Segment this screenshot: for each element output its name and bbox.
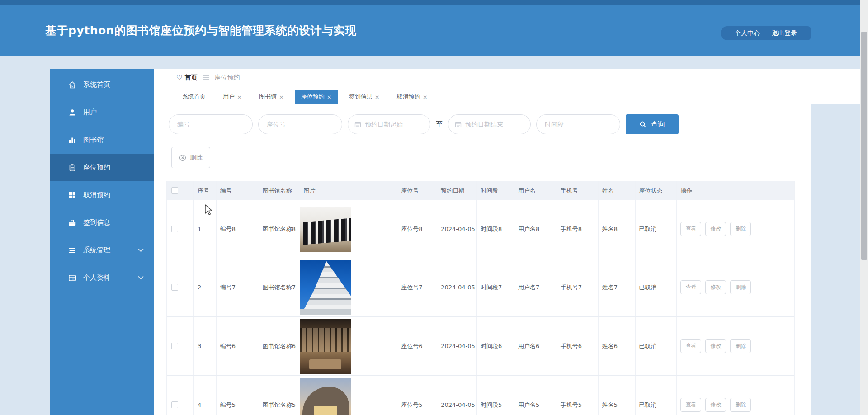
date-between-label: 至 <box>436 120 443 129</box>
edit-button[interactable]: 修改 <box>705 280 726 294</box>
sidebar-item-系统首页[interactable]: 系统首页 <box>50 71 154 99</box>
close-icon[interactable]: × <box>423 94 428 100</box>
cell-index: 1 <box>194 200 217 258</box>
library-building-dusk-photo <box>300 378 351 415</box>
tab-签到信息[interactable]: 签到信息× <box>343 90 386 104</box>
tab-label: 取消预约 <box>397 93 420 101</box>
date-start-input[interactable] <box>365 121 425 128</box>
briefcase-icon <box>68 218 77 227</box>
breadcrumb-current: 座位预约 <box>214 74 240 82</box>
cell-code: 编号5 <box>217 376 259 415</box>
cell-date: 2024-04-05 <box>437 200 477 258</box>
cell-seat: 座位号5 <box>397 376 437 415</box>
logout-link[interactable]: 退出登录 <box>772 29 797 38</box>
column-header: 时间段 <box>477 181 514 200</box>
cell-name: 姓名8 <box>599 200 636 258</box>
row-checkbox[interactable] <box>171 226 178 232</box>
calendar-icon <box>354 121 361 128</box>
delete-row-button[interactable]: 删除 <box>730 280 751 294</box>
sidebar-item-个人资料[interactable]: 个人资料 <box>50 264 154 292</box>
sidebar-item-label: 用户 <box>83 108 97 117</box>
date-end-field[interactable] <box>448 114 531 134</box>
close-icon[interactable]: × <box>375 94 380 100</box>
chevron-down-icon <box>138 248 144 252</box>
view-button[interactable]: 查看 <box>680 222 701 236</box>
cell-status: 已取消 <box>636 376 677 415</box>
sidebar-item-用户[interactable]: 用户 <box>50 99 154 126</box>
view-button[interactable]: 查看 <box>680 339 701 353</box>
delete-row-button[interactable]: 删除 <box>730 398 751 412</box>
cell-date: 2024-04-05 <box>437 317 477 375</box>
tab-用户[interactable]: 用户× <box>217 90 248 104</box>
cell-image <box>300 376 398 415</box>
sidebar-item-取消预约[interactable]: 取消预约 <box>50 181 154 209</box>
calendar-icon <box>455 121 462 128</box>
cell-period: 时间段7 <box>477 258 514 316</box>
cell-username: 用户名7 <box>514 258 557 316</box>
delete-row-button[interactable]: 删除 <box>730 222 751 236</box>
edit-button[interactable]: 修改 <box>705 222 726 236</box>
breadcrumb-home[interactable]: 首页 <box>184 74 197 82</box>
app-header: 基于python的图书馆座位预约与智能管理系统的设计与实现 个人中心 退出登录 <box>0 5 868 56</box>
seat-number-input[interactable] <box>258 114 342 134</box>
sidebar-item-签到信息[interactable]: 签到信息 <box>50 209 154 236</box>
bar-chart-icon <box>68 136 77 145</box>
sidebar-item-系统管理[interactable]: 系统管理 <box>50 236 154 264</box>
sidebar-item-label: 系统首页 <box>83 80 110 89</box>
heart-icon: ♡ <box>176 74 182 82</box>
close-icon[interactable]: × <box>279 94 284 100</box>
time-period-input[interactable] <box>536 114 620 134</box>
cell-image <box>300 317 398 375</box>
vertical-scrollbar[interactable] <box>860 0 868 415</box>
select-all-checkbox[interactable] <box>171 187 178 194</box>
cell-index: 2 <box>194 258 217 316</box>
cell-username: 用户名5 <box>514 376 557 415</box>
date-end-input[interactable] <box>465 121 525 128</box>
wooden-library-interior-photo <box>300 319 351 374</box>
query-button[interactable]: 查询 <box>626 114 679 134</box>
delete-button[interactable]: 删除 <box>171 147 210 168</box>
scrollbar-thumb[interactable] <box>861 32 867 260</box>
close-icon[interactable]: × <box>237 94 242 100</box>
sidebar-item-label: 图书馆 <box>83 136 104 144</box>
search-icon <box>639 121 647 128</box>
tab-系统首页[interactable]: 系统首页 <box>176 90 212 104</box>
code-input[interactable] <box>169 114 253 134</box>
cell-code: 编号8 <box>217 200 259 258</box>
sidebar-item-座位预约[interactable]: 座位预约 <box>50 154 154 181</box>
row-checkbox[interactable] <box>171 401 178 408</box>
content-panel: 至 查询 删除 序号编号图书馆名称图片座位号预约日期时间段用户名手机号姓名座位状 <box>154 104 811 415</box>
close-icon[interactable]: × <box>327 94 332 100</box>
edit-button[interactable]: 修改 <box>705 398 726 412</box>
page-title: 基于python的图书馆座位预约与智能管理系统的设计与实现 <box>45 5 356 56</box>
cell-seat: 座位号6 <box>397 317 437 375</box>
column-header: 座位号 <box>397 181 437 200</box>
cell-phone: 手机号7 <box>557 258 599 316</box>
cell-actions: 查看修改删除 <box>677 200 794 258</box>
row-checkbox[interactable] <box>171 343 178 349</box>
cell-phone: 手机号6 <box>557 317 599 375</box>
column-header: 预约日期 <box>437 181 477 200</box>
sidebar-item-图书馆[interactable]: 图书馆 <box>50 126 154 154</box>
tab-图书馆[interactable]: 图书馆× <box>253 90 290 104</box>
row-checkbox[interactable] <box>171 284 178 291</box>
edit-button[interactable]: 修改 <box>705 339 726 353</box>
table-header-row: 序号编号图书馆名称图片座位号预约日期时间段用户名手机号姓名座位状态操作 <box>167 181 794 200</box>
tab-取消预约[interactable]: 取消预约× <box>391 90 434 104</box>
view-button[interactable]: 查看 <box>680 280 701 294</box>
sidebar-item-label: 座位预约 <box>83 163 110 172</box>
tab-座位预约[interactable]: 座位预约× <box>295 90 338 104</box>
circle-x-icon <box>179 154 186 161</box>
cell-period: 时间段6 <box>477 317 514 375</box>
delete-row-button[interactable]: 删除 <box>730 339 751 353</box>
query-button-label: 查询 <box>651 120 665 129</box>
personal-center-link[interactable]: 个人中心 <box>735 29 760 38</box>
sidebar-item-label: 签到信息 <box>83 218 110 227</box>
tab-label: 图书馆 <box>259 93 277 101</box>
library-bookshelves-photo <box>300 207 351 252</box>
date-start-field[interactable] <box>348 114 430 134</box>
cell-image <box>300 200 398 258</box>
row-checkbox-cell <box>167 200 194 258</box>
sidebar-item-label: 个人资料 <box>83 274 110 282</box>
view-button[interactable]: 查看 <box>680 398 701 412</box>
